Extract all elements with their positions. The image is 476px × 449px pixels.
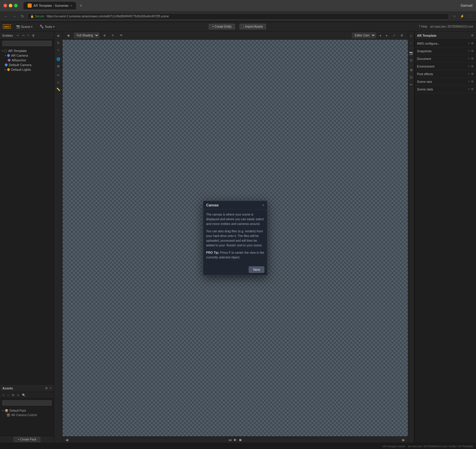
entity-ar-camera[interactable]: ▾ AR Camera bbox=[0, 53, 54, 58]
forward-button[interactable]: → bbox=[11, 14, 17, 19]
back-button[interactable]: ← bbox=[3, 14, 9, 19]
entity-default-camera[interactable]: Default Camera bbox=[0, 63, 54, 67]
assets-content: ▾ 📦 Default Pack 🎬 AR Camera Control bbox=[0, 407, 54, 436]
redo-button[interactable]: ↪ bbox=[21, 33, 25, 38]
world-tool-button[interactable]: 🌐 bbox=[55, 56, 62, 62]
entity-aranchor[interactable]: ARanchor bbox=[0, 58, 54, 63]
select-tool-button[interactable]: ◻ bbox=[55, 79, 62, 85]
component-add-icon[interactable]: + bbox=[468, 88, 470, 91]
stop-button[interactable]: ⏹ bbox=[239, 438, 242, 442]
default-pack-item[interactable]: ▾ 📦 Default Pack bbox=[2, 408, 52, 413]
assets-filter-icon[interactable]: ⚙ bbox=[11, 393, 15, 397]
tab-close-icon[interactable]: × bbox=[70, 4, 72, 7]
delete-entity-button[interactable]: 🗑 bbox=[31, 33, 36, 38]
rotate-tool-button[interactable]: ↻ bbox=[55, 40, 62, 46]
undo-button[interactable]: ↩ bbox=[16, 33, 20, 38]
side-camera-button[interactable]: 📷 bbox=[408, 50, 414, 56]
canvas-right-nav-button[interactable]: ▶ bbox=[402, 438, 405, 442]
component-settings-icon[interactable]: ⚙ bbox=[471, 65, 474, 68]
assets-toggle-icon[interactable]: ⊞ bbox=[45, 386, 48, 390]
play-button[interactable]: ▶ bbox=[234, 438, 236, 442]
dialog-body: The canvas is where your scene is displa… bbox=[203, 209, 267, 265]
left-vertical-toolbar: ✥ ↻ ⤡ 🌐 ⊞ ✏ ◻ 📏 bbox=[54, 31, 63, 443]
create-pack-button[interactable]: + Create Pack bbox=[14, 437, 40, 442]
entity-label: AR Camera bbox=[11, 54, 28, 57]
address-bar[interactable]: 🔒 Secure https://us-west-2.sumerian.amaz… bbox=[28, 13, 449, 20]
canvas-viewport[interactable]: Canvas × The canvas is where your scene … bbox=[63, 40, 408, 436]
component-add-icon[interactable]: + bbox=[468, 80, 470, 83]
component-add-icon[interactable]: + bbox=[468, 72, 470, 75]
component-aws-config[interactable]: AWS configura... + ⚙ bbox=[415, 40, 476, 47]
component-snapshots[interactable]: Snapshots + ⚙ bbox=[415, 47, 476, 55]
component-scene-stats[interactable]: Scene stats + ⚙ bbox=[415, 85, 476, 93]
add-entity-button[interactable]: + bbox=[26, 33, 30, 38]
canvas-prev-icon[interactable]: ◂ bbox=[378, 33, 383, 38]
component-scene-size[interactable]: Scene size + ⚙ bbox=[415, 78, 476, 85]
canvas-fullscreen-icon[interactable]: ⤢ bbox=[391, 33, 397, 38]
side-zoom-out-button[interactable]: − bbox=[408, 40, 414, 46]
new-tab-button[interactable]: + bbox=[77, 2, 84, 9]
entity-tree: ▾ AR Template ▾ AR Camera ARanchor Defau… bbox=[0, 47, 54, 384]
right-panel-settings-icon[interactable]: ⚙ bbox=[471, 34, 474, 37]
component-settings-icon[interactable]: ⚙ bbox=[471, 88, 474, 91]
extensions-icon[interactable]: ⚡ bbox=[459, 13, 465, 20]
scale-tool-button[interactable]: ⤡ bbox=[55, 47, 62, 53]
translate-tool-button[interactable]: ✥ bbox=[55, 33, 62, 39]
shading-dropdown-icon[interactable]: ◉ bbox=[65, 33, 72, 38]
tools-menu[interactable]: 🔧 Tools ▾ bbox=[38, 24, 56, 29]
component-settings-icon[interactable]: ⚙ bbox=[471, 57, 474, 60]
component-document[interactable]: Document + ⚙ bbox=[415, 55, 476, 63]
import-assets-button[interactable]: ↓ Import Assets bbox=[240, 24, 266, 29]
component-post-effects[interactable]: Post effects + ⚙ bbox=[415, 70, 476, 78]
assets-search-input[interactable] bbox=[2, 400, 52, 406]
entities-search-input[interactable] bbox=[2, 41, 52, 46]
assets-view-icon[interactable]: ≡ bbox=[16, 393, 20, 397]
canvas-next-icon[interactable]: ▸ bbox=[384, 33, 389, 38]
component-settings-icon[interactable]: ⚙ bbox=[471, 72, 474, 75]
component-add-icon[interactable]: + bbox=[468, 65, 470, 68]
assets-search-icon[interactable]: 🔍 bbox=[21, 393, 26, 397]
component-settings-icon[interactable]: ⚙ bbox=[471, 80, 474, 83]
component-add-icon[interactable]: + bbox=[468, 49, 470, 53]
entity-ar-template[interactable]: ▾ AR Template bbox=[0, 48, 54, 53]
paint-tool-button[interactable]: ✏ bbox=[55, 72, 62, 78]
help-label[interactable]: ? Help bbox=[419, 25, 427, 28]
component-settings-icon[interactable]: ⚙ bbox=[471, 42, 474, 45]
maximize-window-btn[interactable] bbox=[14, 4, 18, 7]
snap-tool-button[interactable]: ⊞ bbox=[55, 63, 62, 69]
component-add-icon[interactable]: + bbox=[468, 42, 470, 45]
side-paint-button[interactable]: ✏ bbox=[408, 81, 414, 88]
camera-select[interactable]: Editor Cam bbox=[352, 33, 376, 38]
measure-tool-button[interactable]: 📏 bbox=[55, 86, 62, 93]
scene-menu[interactable]: 📷 Scene ▾ bbox=[14, 24, 34, 29]
browser-menu-icon[interactable]: ⋮ bbox=[467, 13, 473, 20]
shading-select[interactable]: Full Shading bbox=[74, 33, 99, 38]
canvas-settings-icon[interactable]: ⚙ bbox=[399, 33, 405, 38]
refresh-button[interactable]: ↻ bbox=[19, 14, 25, 19]
canvas-move-icon[interactable]: ⊕ bbox=[102, 33, 107, 38]
create-entity-button[interactable]: + Create Entity bbox=[209, 24, 235, 29]
rewind-button[interactable]: ⏮ bbox=[228, 438, 232, 442]
bookmark-icon[interactable]: ☆ bbox=[451, 13, 458, 20]
side-grid-button[interactable]: ⊞ bbox=[408, 67, 414, 73]
component-settings-icon[interactable]: ⚙ bbox=[471, 49, 474, 53]
active-browser-tab[interactable]: AR Template - Sumerian × bbox=[23, 2, 76, 9]
side-align-button[interactable]: ⊡ bbox=[408, 74, 414, 80]
canvas-left-nav-button[interactable]: ◀ bbox=[65, 438, 68, 442]
expand-icon: ▸ bbox=[5, 68, 6, 71]
component-environment[interactable]: Environment + ⚙ bbox=[415, 63, 476, 70]
dialog-close-button[interactable]: × bbox=[262, 204, 264, 207]
side-zoom-in-button[interactable]: + bbox=[408, 33, 414, 39]
entity-default-lights[interactable]: ▸ Default Lights bbox=[0, 67, 54, 72]
assets-expand-icon[interactable]: ⤢ bbox=[49, 386, 52, 390]
canvas-eye-icon[interactable]: 👁 bbox=[118, 33, 125, 38]
component-add-icon[interactable]: + bbox=[468, 57, 470, 60]
canvas-pen-icon[interactable]: ✎ bbox=[110, 33, 116, 38]
assets-import-icon[interactable]: ↓ bbox=[6, 393, 10, 397]
side-orbit-button[interactable]: ⊙ bbox=[408, 57, 414, 63]
next-button[interactable]: Next bbox=[249, 266, 264, 273]
minimize-window-btn[interactable] bbox=[9, 4, 12, 7]
ar-camera-control-item[interactable]: 🎬 AR Camera Control bbox=[2, 413, 52, 417]
assets-add-icon[interactable]: + bbox=[2, 393, 5, 397]
close-window-btn[interactable] bbox=[4, 4, 7, 7]
